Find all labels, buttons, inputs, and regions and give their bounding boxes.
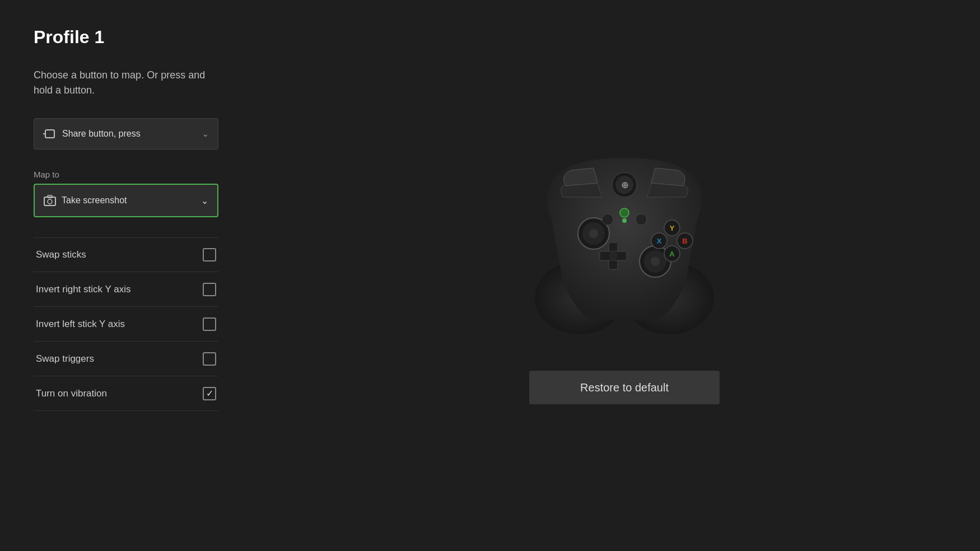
svg-point-28: [602, 214, 613, 225]
checkbox-swap-triggers[interactable]: [203, 352, 216, 366]
checkbox-invert-right[interactable]: [203, 283, 216, 296]
svg-point-15: [651, 257, 660, 266]
share-dropdown-label: Share button, press: [62, 129, 141, 139]
map-to-dropdown[interactable]: Take screenshot ⌄: [34, 184, 218, 217]
checkbox-row-swap-sticks[interactable]: Swap sticks: [34, 237, 218, 272]
checkbox-swap-sticks[interactable]: [203, 248, 216, 262]
svg-text:B: B: [682, 237, 687, 245]
share-button-dropdown[interactable]: Share button, press ⌄: [34, 118, 218, 150]
svg-text:X: X: [657, 237, 662, 245]
checkbox-row-invert-left[interactable]: Invert left stick Y axis: [34, 307, 218, 342]
svg-point-18: [609, 251, 618, 260]
svg-text:A: A: [669, 250, 675, 258]
share-dropdown-left: Share button, press: [43, 129, 141, 139]
map-to-selected: Take screenshot: [62, 195, 127, 206]
svg-point-29: [620, 208, 629, 217]
restore-button-label: Restore to default: [580, 381, 669, 394]
checkbox-label-invert-right: Invert right stick Y axis: [36, 284, 130, 295]
right-panel: ⊕: [269, 0, 980, 551]
svg-point-12: [589, 229, 598, 238]
controller-area: ⊕: [507, 147, 742, 348]
checkbox-label-vibration: Turn on vibration: [36, 388, 107, 399]
page-title: Profile 1: [34, 27, 235, 48]
restore-default-button[interactable]: Restore to default: [529, 371, 720, 404]
svg-rect-0: [45, 130, 54, 138]
map-to-section: Map to Take screenshot ⌄: [34, 161, 235, 217]
instruction-text: Choose a button to map. Or press and hol…: [34, 68, 213, 98]
page-container: Profile 1 Choose a button to map. Or pre…: [0, 0, 980, 551]
share-dropdown-section: Share button, press ⌄: [34, 118, 235, 150]
checkbox-invert-left[interactable]: [203, 317, 216, 331]
checkbox-row-vibration[interactable]: Turn on vibration ✓: [34, 376, 218, 411]
svg-point-30: [622, 218, 627, 223]
controller-svg: ⊕: [507, 147, 742, 337]
map-to-label: Map to: [34, 170, 235, 179]
checkbox-row-swap-triggers[interactable]: Swap triggers: [34, 342, 218, 376]
screenshot-icon: [44, 195, 56, 206]
map-to-chevron: ⌄: [201, 195, 208, 206]
checkbox-vibration[interactable]: ✓: [203, 387, 216, 400]
checkbox-label-swap-sticks: Swap sticks: [36, 249, 86, 260]
share-dropdown-chevron: ⌄: [202, 129, 209, 138]
svg-text:Y: Y: [670, 224, 675, 232]
checkbox-label-invert-left: Invert left stick Y axis: [36, 319, 125, 330]
checkboxes-section: Swap sticks Invert right stick Y axis In…: [34, 237, 235, 411]
checkbox-label-swap-triggers: Swap triggers: [36, 353, 94, 365]
checkbox-row-invert-right[interactable]: Invert right stick Y axis: [34, 272, 218, 307]
svg-text:⊕: ⊕: [621, 180, 628, 190]
svg-point-27: [636, 214, 647, 225]
svg-point-3: [48, 199, 52, 204]
left-panel: Profile 1 Choose a button to map. Or pre…: [0, 0, 269, 551]
map-to-left: Take screenshot: [44, 195, 127, 206]
share-icon: [43, 129, 57, 139]
